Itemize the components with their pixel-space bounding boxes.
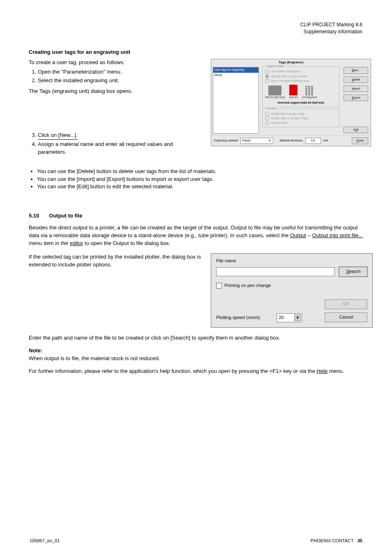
- steps-list-2: Click on [New...]. Assign a material nam…: [29, 132, 203, 156]
- radio-design-tags[interactable]: Design tags or groups of tags: [265, 116, 337, 120]
- material-select[interactable]: Plastic▼: [240, 138, 273, 143]
- plate-din-a4[interactable]: DIN A4: [289, 85, 298, 99]
- delete-button[interactable]: Delete: [344, 76, 368, 83]
- file-name-label: File name: [216, 258, 367, 264]
- output-to-file-dialog: File name Search Priming on pen change P…: [211, 253, 373, 328]
- steps-list-1: Open the "Parameterization" menu. Select…: [29, 68, 203, 85]
- radio-design-strips[interactable]: Design strips: [265, 121, 337, 125]
- end-text-1: Enter the path and name of the file to b…: [29, 334, 363, 342]
- footer-code: 105867_en_01: [30, 538, 60, 544]
- list-item[interactable]: 20x30: [213, 73, 258, 78]
- plate-din-a3[interactable]: DIN A3 (full size): [265, 86, 285, 99]
- footer-company: PHOENIX CONTACT: [311, 538, 354, 543]
- thick-label: Material thickness: [280, 139, 303, 143]
- priming-checkbox[interactable]: Priming on pen change: [216, 282, 367, 289]
- bullet-delete: You can use the [Delete] button to delet…: [37, 168, 363, 176]
- tags-dialog-title: Tags (Engraver): [211, 59, 371, 66]
- bullet-edit: You can use the [Edit] button to edit th…: [37, 183, 363, 191]
- priming-label: Priming on pen change: [224, 282, 271, 289]
- page-footer: 105867_en_01 PHOENIX CONTACT 35: [30, 538, 362, 544]
- note-block: Note: When output is to file, the materi…: [29, 347, 363, 363]
- link-output-into-print-file: Output into print file...: [312, 232, 363, 238]
- section-heading: Output to file: [49, 212, 82, 220]
- new-button[interactable]: New...: [344, 67, 368, 74]
- plate-caption: Universal support plate A4 (half size): [265, 101, 337, 104]
- checkbox-icon: [216, 283, 222, 289]
- import-button[interactable]: Import: [344, 86, 368, 92]
- end-text-2: For further information, please refer to…: [29, 368, 363, 375]
- note-title: Note:: [29, 347, 42, 354]
- radio-marker-recognition[interactable]: Use marker recognition: [265, 69, 337, 74]
- chevron-down-icon: ▼: [269, 139, 271, 143]
- page-number: 35: [357, 538, 362, 543]
- thickness-input[interactable]: 0.8: [305, 138, 321, 143]
- note-body: When output is to file, the material sto…: [29, 355, 160, 361]
- element-legend: Element: [265, 106, 278, 111]
- output-paragraph-2: If the selected tag can be printed by th…: [29, 253, 203, 269]
- tags-footer: Engraving material Plastic▼ Material thi…: [211, 135, 371, 146]
- speed-label: Plotting speed (mm/s): [216, 314, 260, 321]
- intro-text: To create a user tag, proceed as follows…: [29, 59, 203, 67]
- step-3: Click on [New...].: [38, 132, 203, 140]
- element-group: Element Design tag or group of tag Desig…: [262, 109, 339, 127]
- link-editor: editor: [70, 240, 83, 246]
- export-button[interactable]: Export: [344, 95, 368, 101]
- support-plate-legend: Support plate: [265, 64, 285, 68]
- section-user-tags: Creating user tags for an engraving unit…: [29, 49, 363, 191]
- plotting-speed-select[interactable]: 20 ▼: [277, 313, 302, 322]
- ok-button[interactable]: OK: [325, 299, 367, 309]
- step-4: Assign a material name and enter all req…: [38, 141, 203, 156]
- step-2: Select the installed engraving unit.: [38, 77, 203, 85]
- unit-label: mm: [323, 139, 328, 143]
- after-steps: The Tags (engraving unit) dialog box ope…: [29, 88, 203, 95]
- radio-design-tag[interactable]: Design tag or group of tag: [265, 112, 337, 116]
- cancel-button[interactable]: Cancel: [325, 312, 367, 322]
- post-bullets: You can use the [Delete] button to delet…: [29, 168, 363, 191]
- header-product: CLIP PROJECT Marking 8.6: [300, 21, 362, 28]
- bullet-import-export: You can use the [Import] and [Export] bu…: [37, 176, 363, 183]
- radio-specify-type[interactable]: Specify type of support plate: [265, 74, 337, 79]
- link-help: Help: [317, 368, 328, 374]
- section-output-to-file: 5.10 Output to file Besides the direct o…: [29, 205, 363, 375]
- chevron-down-icon: ▼: [294, 314, 301, 321]
- output-paragraph-1: Besides the direct output to a printer, …: [29, 224, 363, 247]
- file-name-input[interactable]: [216, 267, 335, 276]
- section-title-user-tags: Creating user tags for an engraving unit: [29, 49, 363, 56]
- edit-button[interactable]: Edit: [344, 127, 368, 133]
- search-button[interactable]: Search: [339, 267, 367, 277]
- plate-segment[interactable]: 1/4 Segment: [302, 86, 317, 99]
- step-1: Open the "Parameterization" menu.: [38, 68, 203, 76]
- mat-label: Engraving material: [214, 139, 238, 143]
- radio-complete-area[interactable]: Use of complete labeling area: [265, 79, 337, 83]
- close-button[interactable]: Close: [352, 137, 368, 144]
- section-number: 5.10: [29, 212, 39, 220]
- header-subtitle: Supplementary information: [300, 28, 362, 35]
- link-output: Output: [290, 232, 306, 238]
- support-plate-group: Support plate Use marker recognition Spe…: [262, 66, 339, 106]
- tags-engraver-dialog: Tags (Engraver) User tags for engraving …: [211, 59, 371, 146]
- user-tags-list[interactable]: User tags for engraving 20x30: [213, 67, 259, 134]
- list-header: User tags for engraving: [213, 67, 258, 72]
